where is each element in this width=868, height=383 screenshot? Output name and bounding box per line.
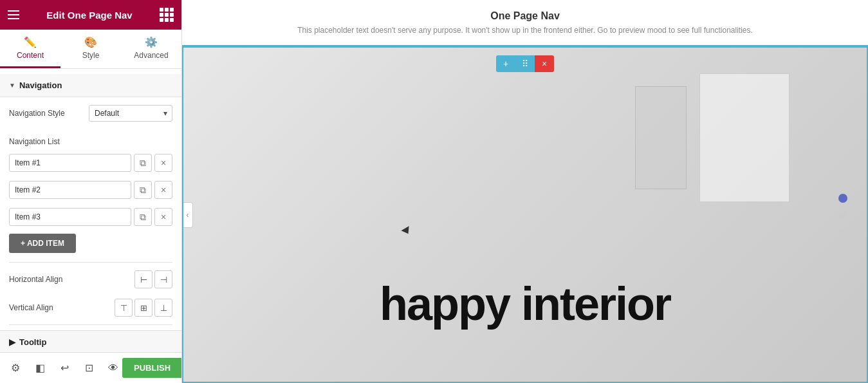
content-icon: ✏️ — [24, 36, 37, 48]
move-section-button[interactable]: ⠿ — [515, 55, 535, 72]
hamburger-icon[interactable] — [8, 10, 19, 19]
nav-item-1-input[interactable] — [9, 154, 131, 172]
widget-header-bar: One Page Nav This placeholder text doesn… — [182, 0, 868, 46]
add-item-button[interactable]: + ADD ITEM — [9, 234, 76, 253]
nav-item-3-input[interactable] — [9, 208, 131, 226]
delete-section-button[interactable]: × — [535, 55, 554, 72]
nav-item-2-delete-button[interactable]: × — [154, 181, 172, 199]
tab-style-label: Style — [82, 51, 100, 60]
nav-dot-3[interactable] — [839, 229, 847, 236]
deco-rect — [699, 73, 790, 202]
nav-item-2-input[interactable] — [9, 181, 131, 199]
horizontal-align-label: Horizontal Align — [9, 275, 62, 284]
footer-icons: ⚙ ◧ ↩ ⊡ 👁 — [6, 359, 122, 377]
sidebar-tabs: ✏️ Content 🎨 Style ⚙️ Advanced — [0, 30, 181, 69]
sidebar-footer: ⚙ ◧ ↩ ⊡ 👁 PUBLISH ▲ — [0, 352, 181, 383]
nav-item-3-duplicate-button[interactable]: ⧉ — [134, 208, 152, 226]
right-side-dots — [838, 194, 847, 236]
vertical-align-row: Vertical Align ⊤ ⊞ ⊥ — [0, 296, 181, 319]
tab-content[interactable]: ✏️ Content — [0, 30, 60, 68]
nav-item-1-delete-button[interactable]: × — [154, 154, 172, 172]
align-right-button[interactable]: ⊣ — [154, 270, 172, 288]
grid-icon[interactable] — [160, 8, 174, 22]
widget-subtitle: This placeholder text doesn't serve any … — [198, 26, 853, 35]
nav-item-3-delete-button[interactable]: × — [154, 208, 172, 226]
responsive-icon[interactable]: ⊡ — [80, 359, 98, 377]
main-area: One Page Nav This placeholder text doesn… — [182, 0, 868, 383]
vertical-align-buttons: ⊤ ⊞ ⊥ — [115, 299, 172, 317]
navigation-section-header[interactable]: ▼ Navigation — [0, 74, 181, 97]
sidebar-title: Edit One Page Nav — [46, 10, 132, 21]
divider-2 — [9, 324, 172, 325]
nav-item-2-row: ⧉ × — [0, 178, 181, 201]
nav-style-label: Navigation Style — [9, 109, 65, 118]
nav-style-row: Navigation Style Default Left Right Cent… — [9, 105, 172, 122]
nav-list-label: Navigation List — [0, 137, 181, 151]
nav-dot-1[interactable] — [838, 194, 847, 203]
tooltip-arrow-icon: ▶ — [9, 337, 15, 347]
add-section-button[interactable]: + — [496, 55, 515, 72]
vertical-align-label: Vertical Align — [9, 303, 53, 312]
nav-style-select[interactable]: Default Left Right Center — [89, 105, 172, 122]
sidebar-header: Edit One Page Nav — [0, 0, 181, 30]
nav-item-1-row: ⧉ × — [0, 151, 181, 174]
undo-icon[interactable]: ↩ — [55, 359, 73, 377]
navigation-section-label: Navigation — [19, 80, 62, 90]
tooltip-section-label: Tooltip — [19, 337, 46, 347]
navigation-form: Navigation Style Default Left Right Cent… — [0, 97, 181, 137]
nav-item-2-duplicate-button[interactable]: ⧉ — [134, 181, 152, 199]
widget-title: One Page Nav — [198, 10, 853, 22]
interior-background: happy interior — [183, 48, 867, 382]
divider-1 — [9, 262, 172, 263]
tab-style[interactable]: 🎨 Style — [60, 30, 121, 68]
nav-item-3-row: ⧉ × — [0, 205, 181, 229]
settings-icon[interactable]: ⚙ — [6, 359, 24, 377]
advanced-icon: ⚙️ — [145, 36, 158, 48]
sidebar-content: ▼ Navigation Navigation Style Default Le… — [0, 69, 181, 352]
publish-wrapper: PUBLISH ▲ — [122, 358, 182, 378]
style-icon: 🎨 — [84, 36, 97, 48]
deco-shelf — [635, 86, 687, 189]
align-middle-button[interactable]: ⊞ — [134, 299, 152, 317]
sidebar: Edit One Page Nav ✏️ Content 🎨 Style ⚙️ … — [0, 0, 182, 383]
nav-dot-2[interactable] — [839, 212, 847, 220]
nav-arrow-icon: ▼ — [9, 82, 15, 89]
nav-style-select-wrapper: Default Left Right Center — [89, 105, 172, 122]
tab-content-label: Content — [17, 51, 44, 60]
horizontal-align-row: Horizontal Align ⊢ ⊣ — [0, 268, 181, 291]
align-top-button[interactable]: ⊤ — [115, 299, 133, 317]
align-left-button[interactable]: ⊢ — [134, 270, 152, 288]
floating-toolbar: + ⠿ × — [496, 55, 554, 72]
tooltip-section-header[interactable]: ▶ Tooltip — [0, 330, 181, 352]
layers-icon[interactable]: ◧ — [31, 359, 49, 377]
nav-item-1-duplicate-button[interactable]: ⧉ — [134, 154, 152, 172]
cursor-indicator — [401, 226, 412, 236]
tab-advanced[interactable]: ⚙️ Advanced — [121, 30, 181, 68]
publish-button[interactable]: PUBLISH — [122, 358, 182, 378]
horizontal-align-buttons: ⊢ ⊣ — [134, 270, 172, 288]
tab-advanced-label: Advanced — [134, 51, 168, 60]
hero-text: happy interior — [183, 277, 867, 330]
align-bottom-button[interactable]: ⊥ — [154, 299, 172, 317]
preview-area: + ⠿ × happy interior ‹ — [182, 46, 868, 383]
sidebar-collapse-button[interactable]: ‹ — [183, 202, 193, 228]
preview-icon[interactable]: 👁 — [104, 359, 122, 377]
